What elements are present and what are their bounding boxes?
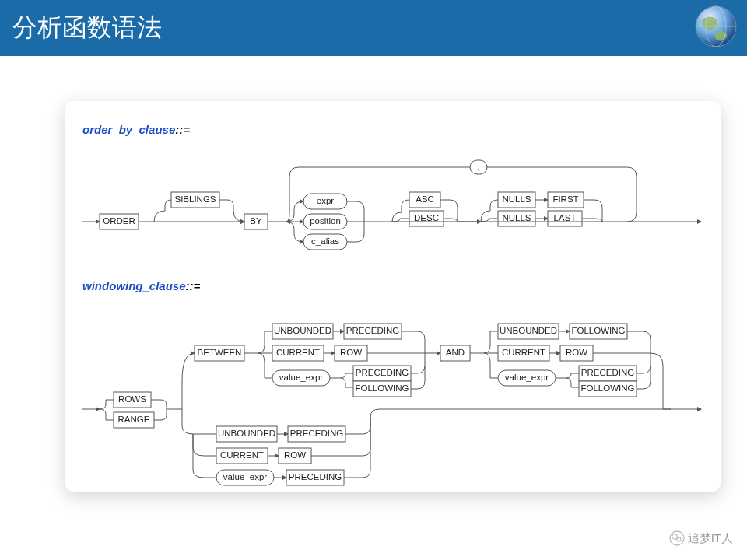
token-preceding-1: PRECEDING [346, 326, 399, 335]
clause-name: windowing_clause [82, 279, 186, 292]
token-last: LAST [554, 213, 577, 222]
token-value-expr-2: value_expr [505, 373, 549, 382]
token-by: BY [250, 216, 262, 226]
token-preceding-3: PRECEDING [581, 368, 634, 377]
token-unbounded-3: UNBOUNDED [218, 429, 275, 438]
order-by-railroad: ORDER SIBLINGS BY expr position c_alias … [82, 144, 705, 268]
clause-name: order_by_clause [82, 123, 175, 136]
token-row-3: ROW [284, 450, 306, 460]
token-comma: , [477, 162, 479, 171]
token-between: BETWEEN [198, 348, 242, 357]
token-first: FIRST [552, 194, 578, 204]
token-row-2: ROW [566, 348, 587, 357]
token-current-1: CURRENT [276, 348, 320, 357]
watermark: 追梦IT人 [669, 530, 733, 546]
token-row-1: ROW [340, 348, 362, 357]
token-asc: ASC [416, 194, 434, 204]
token-preceding-5: PRECEDING [289, 472, 342, 481]
token-following-3: FOLLOWING [580, 383, 634, 393]
token-and: AND [446, 348, 465, 357]
windowing-railroad: ROWS RANGE BETWEEN UNBOUNDED PRECEDING C… [82, 300, 705, 495]
clause-title-windowing: windowing_clause::= [82, 279, 713, 292]
syntax-diagram-card: order_by_clause::= ORDER SIBLINGS BY exp… [65, 101, 721, 492]
token-position: position [310, 216, 341, 226]
token-value-expr-1: value_expr [279, 373, 323, 382]
clause-eq: ::= [186, 279, 201, 292]
token-current-3: CURRENT [220, 450, 264, 460]
token-unbounded-1: UNBOUNDED [274, 326, 331, 335]
token-following-1: FOLLOWING [355, 383, 409, 393]
token-siblings: SIBLINGS [174, 194, 216, 204]
clause-title-order-by: order_by_clause::= [82, 123, 713, 136]
header-bar: 分析函数语法 [0, 0, 747, 56]
svg-point-73 [677, 537, 681, 541]
token-nulls-2: NULLS [502, 213, 531, 222]
svg-point-72 [672, 534, 676, 539]
token-c-alias: c_alias [311, 236, 339, 246]
globe-icon [694, 5, 738, 48]
token-preceding-2: PRECEDING [356, 368, 409, 377]
token-nulls-1: NULLS [502, 194, 531, 204]
clause-eq: ::= [175, 123, 190, 136]
token-following-2: FOLLOWING [571, 326, 625, 335]
wechat-icon [669, 530, 685, 546]
token-value-expr-3: value_expr [223, 472, 267, 481]
token-rows: ROWS [118, 394, 146, 404]
token-expr: expr [317, 196, 335, 205]
watermark-text: 追梦IT人 [688, 531, 733, 546]
token-range: RANGE [118, 415, 150, 424]
token-order: ORDER [103, 216, 135, 226]
token-desc: DESC [414, 213, 439, 222]
token-preceding-4: PRECEDING [290, 429, 343, 438]
token-unbounded-2: UNBOUNDED [500, 326, 557, 335]
token-current-2: CURRENT [502, 348, 545, 357]
page-title: 分析函数语法 [12, 11, 162, 45]
